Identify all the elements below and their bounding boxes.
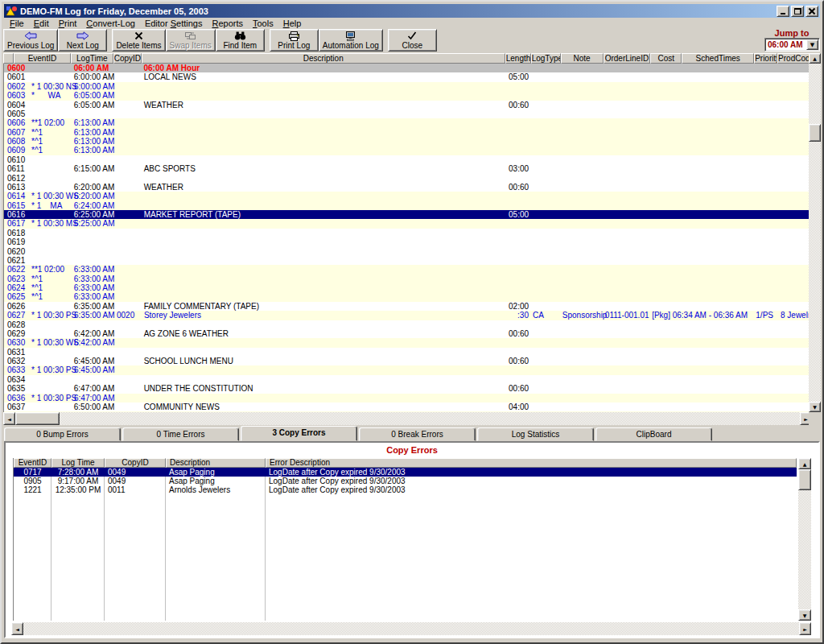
restore-button[interactable]: [791, 6, 804, 17]
column-header-schedtimes[interactable]: SchedTimes: [682, 53, 754, 64]
log-row[interactable]: 06356:47:00 AMUNDER THE CONSTITUTION00:6…: [4, 384, 812, 393]
log-row[interactable]: 060006:00 AM06:00 AM Hour: [4, 64, 812, 72]
column-header-copyid[interactable]: CopyID: [105, 458, 166, 468]
column-header-error-description[interactable]: Error Description: [266, 458, 797, 468]
log-grid-vertical-scrollbar[interactable]: ▲ ▼: [809, 53, 821, 412]
log-row[interactable]: 06376:50:00 AMCOMMUNITY NEWS04:00: [4, 402, 812, 411]
log-row[interactable]: 0606**1 02:006:13:00 AM: [4, 118, 812, 127]
column-header-note[interactable]: Note: [561, 53, 604, 64]
log-row[interactable]: 0615* 1 MA6:24:00 AM: [4, 201, 812, 210]
log-row[interactable]: 06296:42:00 AMAG ZONE 6 WEATHER00:60: [4, 329, 812, 338]
menu-item-editor-settings[interactable]: Editor Settings: [140, 18, 208, 29]
tab-0-time-errors[interactable]: 0 Time Errors: [122, 427, 239, 441]
log-row[interactable]: 0617* 1 00:30 MS6:25:00 AM: [4, 219, 812, 228]
log-row[interactable]: 0630* 1 00:30 WS6:42:00 AM: [4, 338, 812, 347]
panel-horizontal-scrollbar[interactable]: ◄ ►: [11, 622, 811, 635]
jump-to-dropdown-button[interactable]: ▼: [806, 39, 818, 50]
column-header-description[interactable]: Description: [142, 53, 505, 64]
menu-item-edit[interactable]: Edit: [29, 18, 54, 29]
log-row[interactable]: 0621: [4, 256, 812, 265]
column-header-length[interactable]: Length: [505, 53, 531, 64]
log-row[interactable]: 0610: [4, 155, 812, 164]
log-row[interactable]: 06326:45:00 AMSCHOOL LUNCH MENU00:60: [4, 357, 812, 365]
menu-item-convert-log[interactable]: Convert-Log: [81, 18, 140, 29]
copy-error-row[interactable]: 07177:28:00 AM0049Asap PagingLogDate aft…: [14, 468, 797, 477]
scroll-up-button[interactable]: ▲: [809, 53, 821, 64]
column-header-description[interactable]: Description: [166, 458, 266, 468]
log-row[interactable]: 06116:15:00 AMABC SPORTS03:00: [4, 164, 812, 173]
minimize-button[interactable]: [777, 6, 789, 17]
scroll-left-button[interactable]: ◄: [3, 412, 15, 425]
scroll-right-button[interactable]: ►: [799, 622, 811, 635]
log-row[interactable]: 0628: [4, 320, 812, 329]
log-row[interactable]: 0634: [4, 375, 812, 384]
menu-item-tools[interactable]: Tools: [248, 18, 278, 29]
log-row[interactable]: 0623*^16:33:00 AM: [4, 275, 812, 283]
column-header-logtype[interactable]: LogType: [531, 53, 561, 64]
panel-vertical-scrollbar[interactable]: ▲ ▼: [798, 458, 811, 621]
log-row[interactable]: 06266:35:00 AMFAMILY COMMENTARY (TAPE)02…: [4, 302, 812, 311]
column-header-log-time[interactable]: Log Time: [52, 458, 105, 468]
column-header-eventid[interactable]: EventID: [14, 53, 71, 64]
column-header-cost[interactable]: Cost: [650, 53, 682, 64]
tab-clipboard[interactable]: ClipBoard: [595, 427, 712, 441]
menu-item-reports[interactable]: Reports: [207, 18, 248, 29]
log-row[interactable]: 0619: [4, 237, 812, 246]
delete-items-button[interactable]: Delete Items: [112, 29, 165, 52]
column-header-eventid[interactable]: EventID: [14, 458, 52, 468]
column-header-prodcode[interactable]: ProdCode: [777, 53, 812, 64]
scroll-left-button[interactable]: ◄: [11, 622, 23, 635]
scroll-down-button[interactable]: ▼: [809, 402, 821, 412]
tab-log-statistics[interactable]: Log Statistics: [477, 427, 594, 441]
log-row[interactable]: 06046:05:00 AMWEATHER00:60: [4, 101, 812, 109]
log-row[interactable]: 0631: [4, 348, 812, 357]
log-row[interactable]: 0627* 1 00:30 PS6:35:00 AM0020Storey Jew…: [4, 311, 812, 320]
close-button[interactable]: Close: [388, 29, 437, 52]
log-grid-horizontal-scrollbar[interactable]: ◄ ►: [3, 412, 812, 425]
log-row[interactable]: 0603* WA6:05:00 AM: [4, 91, 812, 100]
close-window-button[interactable]: [805, 6, 818, 17]
log-row[interactable]: 0636* 1 00:30 PS6:47:00 AM: [4, 394, 812, 402]
log-row[interactable]: 06016:00:00 AMLOCAL NEWS05:00: [4, 72, 812, 81]
log-row[interactable]: 0633* 1 00:30 PS6:45:00 AM: [4, 365, 812, 374]
column-header-orderlineid[interactable]: OrderLineID: [604, 53, 651, 64]
log-row[interactable]: 06166:25:00 AMMARKET REPORT (TAPE)05:00: [4, 210, 812, 219]
log-row[interactable]: 06136:20:00 AMWEATHER00:60: [4, 183, 812, 192]
scroll-down-button[interactable]: ▼: [798, 609, 811, 621]
tab-0-break-errors[interactable]: 0 Break Errors: [359, 427, 476, 441]
column-header-copyid[interactable]: CopyID: [113, 53, 142, 64]
menu-item-print[interactable]: Print: [54, 18, 82, 29]
log-row[interactable]: 0620: [4, 247, 812, 256]
log-row[interactable]: 0607*^16:13:00 AM: [4, 128, 812, 137]
log-row[interactable]: 0612: [4, 174, 812, 183]
column-header-priority[interactable]: Priority: [754, 53, 777, 64]
scroll-up-button[interactable]: ▲: [798, 458, 811, 469]
log-row[interactable]: 0622**1 02:006:33:00 AM: [4, 265, 812, 274]
log-row[interactable]: 0624*^16:33:00 AM: [4, 283, 812, 292]
menu-item-file[interactable]: File: [5, 18, 29, 29]
log-row[interactable]: 0614* 1 00:30 WS6:20:00 AM: [4, 192, 812, 200]
tab-0-bump-errors[interactable]: 0 Bump Errors: [4, 427, 121, 441]
log-row[interactable]: 0625*^16:33:00 AM: [4, 292, 812, 301]
print-log-button[interactable]: Print Log: [270, 29, 319, 52]
horizontal-scroll-thumb[interactable]: [15, 412, 60, 425]
menu-item-help[interactable]: Help: [278, 18, 307, 29]
cell-pri: [754, 283, 777, 292]
previous-log-button[interactable]: Previous Log: [3, 29, 58, 52]
vertical-scroll-thumb[interactable]: [798, 469, 811, 490]
log-row[interactable]: 0618: [4, 229, 812, 237]
vertical-scroll-thumb[interactable]: [809, 124, 821, 142]
automation-log-button[interactable]: Automation Log: [319, 29, 383, 52]
tab-3-copy-errors[interactable]: 3 Copy Errors: [241, 426, 357, 441]
log-row[interactable]: 0602* 1 00:30 NS6:00:00 AM: [4, 82, 812, 91]
log-row[interactable]: 0605: [4, 109, 812, 118]
log-row[interactable]: 0609*^16:13:00 AM: [4, 146, 812, 155]
log-row[interactable]: 0608*^16:13:00 AM: [4, 137, 812, 146]
copy-error-row[interactable]: 09059:17:00 AM0049Asap PagingLogDate aft…: [14, 477, 797, 485]
column-header-logtime[interactable]: LogTime: [71, 53, 113, 64]
copy-error-row[interactable]: 122112:35:00 PM0011Arnolds JewelersLogDa…: [14, 485, 797, 494]
find-item-button[interactable]: Find Item: [216, 29, 265, 52]
next-log-button[interactable]: Next Log: [58, 29, 107, 52]
cell-time: 6:00:00 AM: [72, 72, 114, 81]
jump-to-combobox[interactable]: 06:00 AM ▼: [764, 38, 820, 52]
